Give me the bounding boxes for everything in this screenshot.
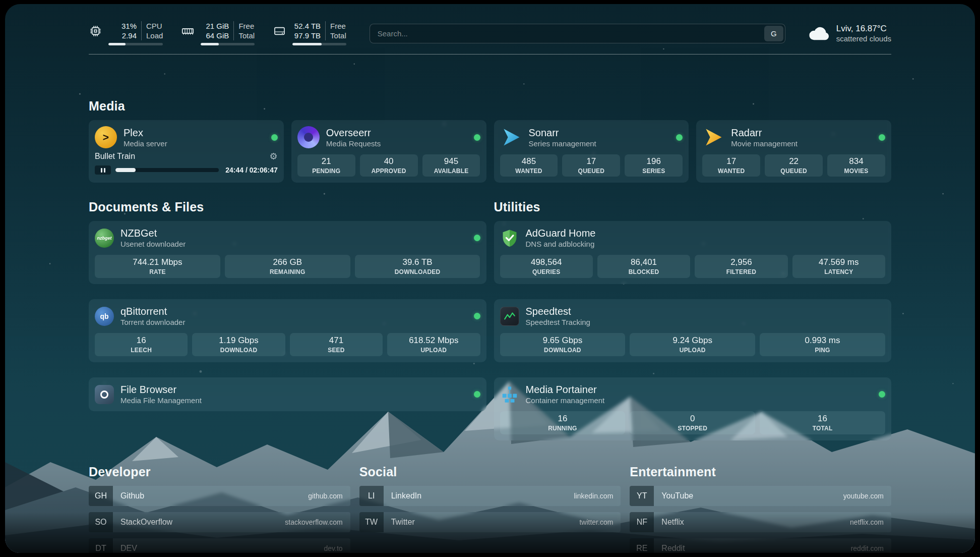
section-entertainment: Entertainment YT YouTube youtube.com NF … (630, 465, 891, 553)
stat-ping: 0.993 msPING (760, 333, 885, 356)
disk-free-label: Free (330, 21, 346, 31)
card-qbittorrent[interactable]: qb qBittorrent Torrent downloader 16LEEC… (89, 299, 486, 362)
weather-condition: scattered clouds (836, 34, 891, 43)
service-desc: Media server (124, 139, 167, 148)
stat-value: 16 (818, 414, 827, 424)
stat-value: 618.52 Mbps (409, 336, 458, 346)
bookmark-linkedin[interactable]: LI LinkedIn linkedin.com (359, 486, 621, 506)
stat-label: PING (815, 347, 830, 354)
search-provider-button[interactable]: G (764, 26, 783, 41)
card-radarr[interactable]: Radarr Movie management 17WANTED 22QUEUE… (696, 120, 891, 183)
section-utilities: Utilities AdGuard Home DNS (494, 200, 892, 440)
service-name: File Browser (120, 383, 202, 396)
bookmark-name: YouTube (661, 491, 693, 500)
section-title-social: Social (359, 465, 621, 479)
cpu-percent: 31% (121, 21, 137, 31)
service-desc: Speedtest Tracking (526, 317, 590, 327)
stat-label: PENDING (312, 168, 340, 175)
disk-progress-track (292, 43, 346, 45)
bookmark-abbr: GH (89, 486, 113, 506)
stat-label: FILTERED (726, 268, 756, 275)
stat-label: TOTAL (813, 425, 833, 432)
stat-label: QUEUED (578, 168, 605, 175)
cpu-progress-track (108, 43, 163, 45)
service-name: NZBGet (120, 227, 186, 239)
stat-queued: 22QUEUED (765, 154, 823, 177)
service-name: Media Portainer (526, 383, 605, 396)
card-nzbget[interactable]: nzbget NZBGet Usenet downloader 744.21 M… (89, 221, 486, 284)
bookmark-abbr: DT (89, 538, 113, 553)
pause-button[interactable] (95, 165, 111, 175)
stat-value: 266 GB (273, 257, 302, 267)
bookmark-abbr: SO (89, 512, 113, 532)
memory-progress-track (201, 43, 255, 45)
status-dot (474, 134, 480, 141)
stat-label: QUERIES (532, 268, 560, 275)
bookmark-reddit[interactable]: RE Reddit reddit.com (630, 538, 891, 553)
stat-label: WANTED (718, 168, 745, 175)
plex-chevron-glyph: > (103, 131, 109, 143)
radarr-icon (702, 126, 724, 148)
bookmark-name: StackOverflow (120, 518, 172, 527)
stat-queued: 17QUEUED (562, 154, 620, 177)
memory-widget: 21 GiB 64 GiB Free Total (181, 21, 255, 45)
status-dot (879, 134, 885, 141)
stat-label: SEED (328, 347, 344, 354)
service-desc: Usenet downloader (120, 239, 186, 249)
stat-seed: 471SEED (290, 333, 383, 356)
bookmark-netflix[interactable]: NF Netflix netflix.com (630, 512, 891, 532)
stat-label: STOPPED (678, 425, 707, 432)
search-input[interactable] (370, 24, 785, 43)
cpu-widget: 31% 2.94 CPU Load (89, 21, 163, 45)
card-speedtest[interactable]: Speedtest Speedtest Tracking 9.65 GbpsDO… (494, 299, 892, 362)
bookmark-stackoverflow[interactable]: SO StackOverflow stackoverflow.com (89, 512, 350, 532)
dashboard-window: 31% 2.94 CPU Load (5, 4, 975, 553)
card-portainer[interactable]: Media Portainer Container management 16R… (494, 377, 892, 440)
stat-value: 471 (329, 336, 343, 346)
service-name: AdGuard Home (526, 227, 596, 239)
card-overseerr[interactable]: Overseerr Media Requests 21PENDING 40APP… (291, 120, 486, 183)
stat-leech: 16LEECH (95, 333, 188, 356)
bookmark-twitter[interactable]: TW Twitter twitter.com (359, 512, 621, 532)
stat-label: RUNNING (548, 425, 577, 432)
stat-remaining: 266 GBREMAINING (225, 255, 350, 278)
bookmark-url: netflix.com (850, 518, 884, 526)
stat-wanted: 485WANTED (500, 154, 558, 177)
memory-total-label: Total (238, 31, 255, 40)
bookmark-name: DEV (120, 544, 137, 553)
disk-total: 97.9 TB (294, 31, 321, 40)
memory-free-label: Free (238, 21, 255, 31)
bookmark-github[interactable]: GH Github github.com (89, 486, 350, 506)
card-plex[interactable]: > Plex Media server Bullet Train ⚙ (89, 120, 284, 183)
card-adguard[interactable]: AdGuard Home DNS and adblocking 498,564Q… (494, 221, 892, 284)
status-dot (474, 235, 480, 241)
status-dot (879, 391, 885, 398)
bookmark-url: reddit.com (851, 544, 884, 552)
stat-filtered: 2,956FILTERED (695, 255, 787, 278)
plex-progress-track[interactable] (115, 168, 219, 172)
bookmark-abbr: NF (630, 512, 654, 532)
stat-value: 1.19 Gbps (219, 336, 258, 346)
nzbget-icon-text: nzbget (97, 236, 112, 241)
service-name: Radarr (731, 127, 798, 139)
portainer-icon (500, 385, 519, 404)
bookmark-url: github.com (308, 492, 342, 500)
settings-gear-icon[interactable]: ⚙ (270, 152, 278, 161)
service-desc: Torrent downloader (120, 317, 185, 327)
stat-rate: 744.21 MbpsRATE (95, 255, 220, 278)
card-sonarr[interactable]: Sonarr Series management 485WANTED 17QUE… (494, 120, 689, 183)
stat-label: MOVIES (844, 168, 869, 175)
stat-value: 9.65 Gbps (543, 336, 582, 346)
stat-value: 40 (384, 156, 394, 166)
card-filebrowser[interactable]: File Browser Media File Management (89, 377, 486, 411)
plex-progress-fill (115, 168, 136, 172)
stat-blocked: 86,401BLOCKED (597, 255, 690, 278)
bookmark-youtube[interactable]: YT YouTube youtube.com (630, 486, 891, 506)
disk-icon (273, 24, 286, 38)
section-media: Media > Plex Media server Bullet Train (89, 99, 891, 183)
stat-value: 0.993 ms (805, 336, 840, 346)
section-title-media: Media (89, 99, 891, 114)
bookmark-dev[interactable]: DT DEV dev.to (89, 538, 350, 553)
topbar: 31% 2.94 CPU Load (89, 21, 891, 45)
stat-approved: 40APPROVED (360, 154, 418, 177)
